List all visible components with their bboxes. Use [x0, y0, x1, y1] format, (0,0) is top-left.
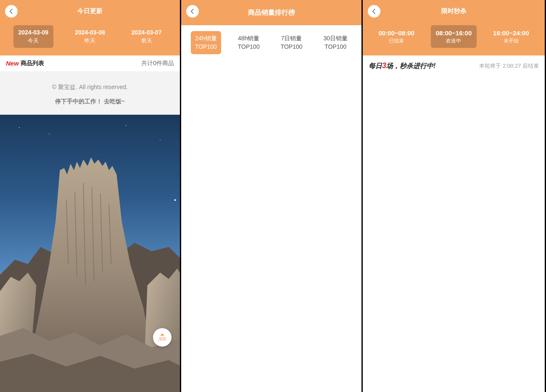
arrow-left-icon	[371, 8, 377, 15]
list-title: 商品列表	[21, 60, 44, 67]
back-button[interactable]	[368, 5, 380, 18]
tab-date: 2024-03-08	[75, 29, 105, 37]
svg-point-1	[19, 127, 20, 128]
tab-time-range: 00:00~08:00	[378, 29, 414, 37]
arrow-left-icon	[8, 8, 15, 15]
tab-24h[interactable]: 24h销量 TOP100	[191, 31, 221, 54]
tab-yesterday[interactable]: 2024-03-08 昨天	[70, 25, 110, 48]
panel-sales-ranking: 商品销量排行榜 24h销量 TOP100 48h销量 TOP100 7日销量 T…	[181, 0, 363, 392]
tab-date: 2024-03-07	[132, 29, 162, 37]
tab-label-line2: TOP100	[323, 43, 348, 51]
countdown-text: 本轮将于 2:00:27 后结束	[479, 62, 539, 70]
seckill-headline: 每日3场，秒杀进行中!	[369, 61, 435, 71]
svg-point-4	[160, 140, 161, 141]
tab-status: 已结束	[378, 37, 414, 45]
tab-label-line2: TOP100	[195, 43, 217, 51]
hero-image: 顶部	[0, 115, 180, 392]
tab-7day[interactable]: 7日销量 TOP100	[277, 31, 307, 54]
svg-point-3	[126, 125, 127, 126]
panel-daily-update: 今日更新 2024-03-09 今天 2024-03-08 昨天 2024-03…	[0, 0, 181, 392]
svg-point-2	[49, 133, 50, 134]
tab-today[interactable]: 2024-03-09 今天	[13, 25, 54, 48]
footer-tagline: 停下手中的工作！ 去吃饭~	[4, 98, 176, 105]
time-slot-tabs: 00:00~08:00 已结束 08:00~16:00 欢送中 16:00~24…	[363, 22, 545, 55]
tab-label-line1: 7日销量	[281, 34, 303, 43]
tab-status: 未开始	[493, 37, 529, 45]
seckill-suffix: 场，秒杀进行中!	[386, 62, 435, 69]
top-button-label: 顶部	[158, 336, 166, 342]
header-daily-update: 今日更新 2024-03-09 今天 2024-03-08 昨天 2024-03…	[0, 0, 180, 55]
page-title: 今日更新	[77, 7, 103, 15]
scroll-to-top-button[interactable]: 顶部	[153, 328, 171, 347]
header-top: 商品销量排行榜	[181, 0, 361, 25]
tab-label: 前天	[132, 37, 162, 45]
tab-time-range: 16:00~24:00	[493, 29, 529, 37]
tab-label-line1: 24h销量	[195, 34, 217, 43]
page-title: 限时秒杀	[441, 7, 467, 15]
list-count-text: 共计0件商品	[141, 60, 174, 67]
header-top: 今日更新	[0, 0, 180, 22]
tab-slot-1[interactable]: 00:00~08:00 已结束	[373, 25, 419, 48]
tab-48h[interactable]: 48h销量 TOP100	[234, 31, 264, 54]
panel-flash-sale: 限时秒杀 00:00~08:00 已结束 08:00~16:00 欢送中 16:…	[363, 0, 546, 392]
new-badge: New	[6, 60, 19, 67]
tab-label-line2: TOP100	[238, 43, 260, 51]
page-title: 商品销量排行榜	[248, 8, 295, 17]
chevron-up-icon	[160, 333, 164, 336]
ranking-tabs: 24h销量 TOP100 48h销量 TOP100 7日销量 TOP100 30…	[181, 25, 361, 60]
tab-slot-2[interactable]: 08:00~16:00 欢送中	[431, 25, 477, 48]
tab-label: 昨天	[75, 37, 105, 45]
back-button[interactable]	[186, 5, 199, 18]
seckill-prefix: 每日	[369, 62, 382, 69]
header-flash-sale: 限时秒杀 00:00~08:00 已结束 08:00~16:00 欢送中 16:…	[363, 0, 545, 55]
svg-point-5	[174, 199, 176, 201]
footer-area: © 聚宝盆. All rights reserved. 停下手中的工作！ 去吃饭…	[0, 72, 180, 115]
tab-status: 欢送中	[436, 37, 472, 45]
tab-time-range: 08:00~16:00	[436, 29, 472, 37]
seckill-count: 3	[382, 61, 386, 70]
seckill-status-bar: 每日3场，秒杀进行中! 本轮将于 2:00:27 后结束	[363, 55, 545, 76]
date-tabs: 2024-03-09 今天 2024-03-08 昨天 2024-03-07 前…	[0, 22, 180, 55]
header-sales-ranking: 商品销量排行榜	[181, 0, 361, 25]
tab-day-before[interactable]: 2024-03-07 前天	[127, 25, 167, 48]
product-list-bar: New 商品列表 共计0件商品	[0, 55, 180, 72]
tab-label-line1: 48h销量	[238, 34, 260, 43]
tab-label-line1: 30日销量	[323, 34, 348, 43]
header-top: 限时秒杀	[363, 0, 545, 22]
tab-label: 今天	[18, 37, 49, 45]
tab-slot-3[interactable]: 16:00~24:00 未开始	[488, 25, 534, 48]
copyright-text: © 聚宝盆. All rights reserved.	[4, 84, 176, 91]
tab-30day[interactable]: 30日销量 TOP100	[319, 31, 352, 54]
tab-date: 2024-03-09	[18, 29, 49, 37]
arrow-left-icon	[189, 8, 196, 15]
back-button[interactable]	[5, 5, 18, 18]
tab-label-line2: TOP100	[281, 43, 303, 51]
landscape-image	[0, 115, 180, 392]
list-header-left: New 商品列表	[6, 60, 44, 67]
